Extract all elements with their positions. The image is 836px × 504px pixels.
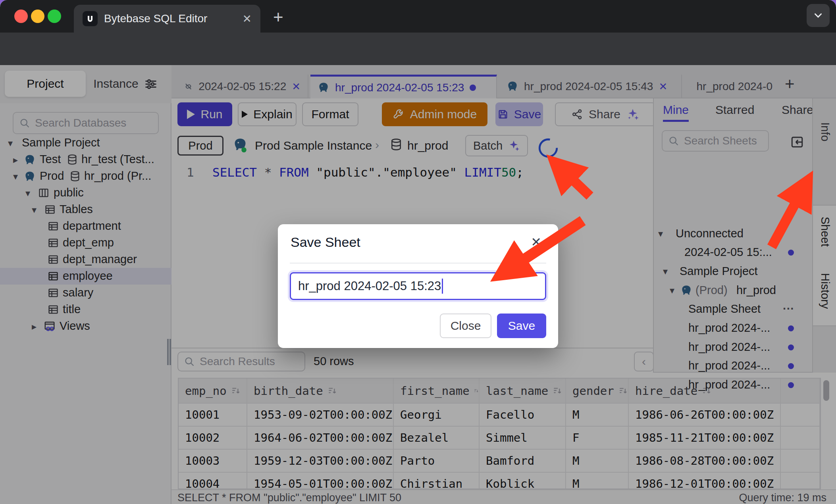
dialog-title: Save Sheet (291, 235, 360, 250)
new-browser-tab-button[interactable]: + (273, 7, 283, 27)
browser-tab-strip: Bytebase SQL Editor ✕ + (0, 0, 836, 33)
window-zoom-button[interactable] (48, 10, 61, 23)
close-button-label: Close (451, 319, 481, 333)
dialog-close-button[interactable]: Close (440, 314, 491, 338)
window-close-button[interactable] (14, 10, 28, 23)
window-minimize-button[interactable] (31, 10, 44, 23)
browser-window: Bytebase SQL Editor ✕ + ← → ↻ localhost:… (0, 0, 836, 504)
tab-search-chevron-button[interactable] (807, 4, 830, 27)
bytebase-favicon (83, 11, 98, 26)
dialog-save-button[interactable]: Save (497, 314, 546, 338)
text-caret (442, 279, 443, 294)
dialog-divider (290, 263, 546, 264)
browser-tab[interactable]: Bytebase SQL Editor ✕ (74, 5, 260, 33)
browser-tab-close-icon[interactable]: ✕ (243, 12, 252, 25)
sheet-name-input[interactable]: hr_prod 2024-02-05 15:23 (290, 272, 546, 300)
save-button-label: Save (508, 319, 535, 333)
save-sheet-dialog: Save Sheet ✕ hr_prod 2024-02-05 15:23 Cl… (278, 224, 558, 348)
browser-toolbar: ← → ↻ localhost:8080/sql-editor/prod-sam… (0, 33, 836, 65)
dialog-close-icon[interactable]: ✕ (531, 235, 541, 250)
browser-tab-title: Bytebase SQL Editor (104, 12, 236, 25)
sheet-name-value: hr_prod 2024-02-05 15:23 (298, 279, 441, 293)
